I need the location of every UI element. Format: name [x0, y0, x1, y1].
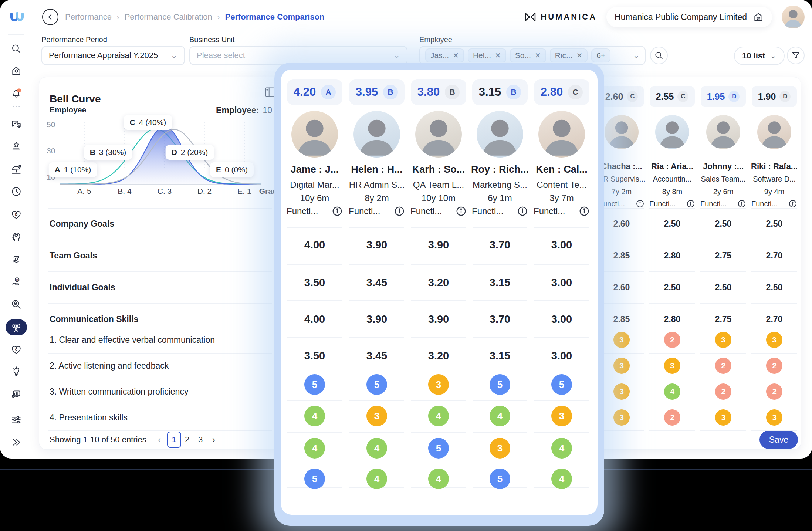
score-cell: 2.50	[647, 219, 697, 229]
sidebar-item-recruitment[interactable]	[0, 299, 33, 310]
info-icon[interactable]	[737, 199, 746, 208]
score-cell: 3.70	[470, 239, 530, 251]
employee-chip[interactable]: So...✕	[510, 48, 546, 62]
sidebar-item-ideas[interactable]	[0, 366, 33, 377]
info-icon[interactable]	[636, 199, 644, 208]
sidebar-item-notifications[interactable]	[0, 87, 33, 99]
humanica-logo-icon	[524, 12, 536, 22]
overall-score: 2.55	[656, 91, 674, 102]
pagination-page-2[interactable]: 2	[185, 435, 189, 444]
employee-chip[interactable]: Hel...✕	[468, 48, 506, 62]
score-cell: 4.00	[285, 239, 344, 251]
chip-remove-icon[interactable]: ✕	[535, 51, 541, 60]
employee-name[interactable]: Riki : Rafa...	[746, 162, 802, 171]
sidebar-item-recognition[interactable]	[0, 141, 33, 152]
chip-remove-icon[interactable]: ✕	[453, 51, 459, 60]
employee-name[interactable]: Helen : H...	[345, 164, 409, 175]
overall-score-box: 2.80 C	[534, 79, 589, 105]
sidebar-item-wellbeing[interactable]	[0, 231, 33, 242]
company-selector[interactable]: Humanica Public Company Limited	[606, 7, 772, 27]
employee-name[interactable]: Karh : So...	[407, 164, 470, 175]
sidebar-item-benefits[interactable]: B	[0, 209, 33, 220]
rating-dot: 4	[366, 438, 387, 459]
grade-badge: C	[677, 91, 688, 102]
sidebar-item-more[interactable]	[0, 105, 33, 108]
x-tick: D: 2	[197, 187, 212, 196]
pagination-prev[interactable]: ‹	[158, 434, 161, 445]
info-icon[interactable]	[517, 206, 528, 217]
overall-score-box: 3.95 B	[349, 79, 405, 105]
function-label: Functi...	[534, 206, 565, 216]
employee-tenure: 2y 6m	[698, 187, 748, 196]
pagination-page-3[interactable]: 3	[198, 435, 203, 444]
employee-name[interactable]: Ria : Aria...	[644, 162, 700, 171]
y-tick: 30	[47, 146, 61, 155]
row-divider	[48, 353, 272, 354]
sidebar-item-performance[interactable]	[0, 319, 33, 335]
chip-remove-icon[interactable]: ✕	[495, 51, 501, 60]
period-select[interactable]: Performance Appraisal Y.2025 ⌄	[41, 46, 185, 65]
overall-score-box: 3.80 B	[411, 79, 466, 105]
score-cell: 3.20	[409, 277, 468, 289]
employee-column-karh: 3.80 B Karh : So... QA Team L... 10y 10m…	[409, 70, 468, 515]
overall-score-box: 3.15 B	[472, 79, 528, 105]
screen: B B C	[0, 0, 812, 531]
employee-more-chip[interactable]: 6+	[591, 48, 610, 62]
grade-badge: C	[627, 91, 638, 102]
hand-exchange-icon	[11, 254, 22, 265]
employee-multiselect[interactable]: Jas...✕ Hel...✕ So...✕ Ric...✕ 6+ ⌄	[419, 46, 646, 65]
sidebar-item-compensation[interactable]: B	[0, 276, 33, 287]
employee-name[interactable]: Roy : Rich...	[468, 164, 532, 175]
rating-dot: 2	[766, 358, 782, 374]
svg-text:B: B	[15, 212, 18, 216]
search-button[interactable]	[650, 47, 668, 64]
employee-chip[interactable]: Jas...✕	[425, 48, 464, 62]
sidebar-item-search[interactable]	[0, 43, 33, 54]
user-avatar[interactable]	[782, 6, 805, 28]
rating-dot: 4	[304, 406, 325, 426]
pagination-page-1[interactable]: 1	[167, 432, 181, 448]
row-divider	[48, 379, 272, 379]
back-button[interactable]	[42, 9, 58, 25]
row-label-item-1: 1. Clear and effective verbal communicat…	[50, 335, 215, 345]
sidebar-item-time[interactable]	[0, 186, 33, 197]
company-name: Humanica Public Company Limited	[615, 12, 747, 22]
employee-function: Functi...	[599, 199, 644, 208]
employee-name[interactable]: Ken : Cal...	[530, 164, 593, 175]
sidebar-item-settings[interactable]	[0, 414, 33, 425]
employee-name[interactable]: Johnny :...	[695, 162, 751, 171]
sidebar-item-payroll[interactable]	[0, 254, 33, 265]
employee-chip[interactable]: Ric...✕	[550, 48, 588, 62]
employee-column-ken: 2.80 C Ken : Cal... Content Te... 3y 7m …	[532, 70, 591, 515]
employee-photo	[655, 115, 689, 149]
score-cell: 3.45	[347, 350, 406, 362]
employee-count-label: Employee:	[216, 105, 259, 115]
sidebar-collapse-toggle[interactable]	[0, 437, 33, 448]
breadcrumb-performance-calibration[interactable]: Performance Calibration	[125, 12, 212, 22]
info-icon[interactable]	[394, 206, 405, 217]
info-icon[interactable]	[456, 206, 467, 217]
sidebar-item-home[interactable]	[0, 65, 33, 77]
sidebar-item-feedback[interactable]	[0, 119, 33, 130]
list-count-select[interactable]: 10 list ⌄	[734, 47, 785, 65]
pagination-next[interactable]: ›	[212, 434, 215, 445]
breadcrumb-performance[interactable]: Performance	[65, 12, 112, 22]
sidebar-item-leave[interactable]	[0, 164, 33, 175]
info-icon[interactable]	[788, 199, 797, 208]
info-icon[interactable]	[579, 206, 590, 217]
employee-column-ria: 2.55 C Ria : Aria... Accountin... 8y 8m …	[647, 77, 697, 449]
heart-c-icon: C	[11, 344, 22, 355]
notification-badge	[17, 88, 21, 92]
employee-name[interactable]: Jame : J...	[283, 164, 346, 175]
business-unit-select[interactable]: Please select ⌄	[189, 46, 407, 65]
info-icon[interactable]	[332, 206, 343, 217]
sidebar-item-engagement[interactable]: C	[0, 344, 33, 355]
chip-remove-icon[interactable]: ✕	[576, 51, 583, 60]
employee-function: Functi...	[534, 206, 590, 217]
bell-curve-title: Bell Curve	[50, 93, 101, 105]
info-icon[interactable]	[686, 199, 695, 208]
sidebar-item-reports[interactable]	[0, 389, 33, 400]
function-label: Functi...	[751, 200, 778, 208]
filter-button[interactable]	[787, 47, 805, 64]
employee-column-riki: 1.90 D Riki : Rafa... Software D... 9y 4…	[749, 77, 799, 449]
